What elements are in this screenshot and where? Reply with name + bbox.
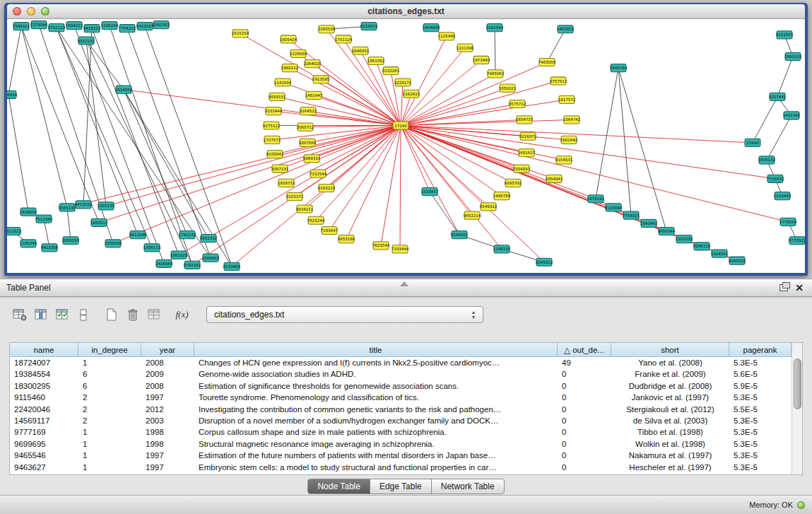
select-columns-icon[interactable] xyxy=(52,305,71,324)
graph-node[interactable]: 1142004 xyxy=(274,78,292,86)
graph-node[interactable]: 7483059 xyxy=(539,58,556,66)
table-source-dropdown[interactable]: citations_edges.txt ▲▼ xyxy=(206,306,483,323)
graph-node[interactable]: 1125486 xyxy=(438,33,456,40)
graph-node[interactable]: 3060712 xyxy=(297,123,314,131)
show-columns-icon[interactable] xyxy=(31,305,50,324)
graph-node[interactable]: 7152544 xyxy=(310,170,327,177)
graph-node[interactable]: 1854941 xyxy=(546,175,563,182)
column-header-4[interactable]: △ out_de... xyxy=(558,343,611,357)
graph-node[interactable]: 9100041 xyxy=(266,151,284,158)
graph-node[interactable]: 8125874 xyxy=(360,23,378,30)
graph-node[interactable]: 1061352 xyxy=(153,21,170,29)
delete-table-icon[interactable] xyxy=(123,305,142,324)
column-header-2[interactable]: year xyxy=(141,343,194,357)
graph-node[interactable]: 8007084 xyxy=(299,139,317,146)
graph-node[interactable]: 7193444 xyxy=(392,245,409,253)
graph-node[interactable]: 1648794 xyxy=(610,64,628,72)
graph-node[interactable]: 9103225 xyxy=(318,184,336,192)
close-panel-icon[interactable]: ✕ xyxy=(795,283,804,293)
graph-node[interactable]: 1306113 xyxy=(143,244,161,252)
graph-node[interactable]: 1605132 xyxy=(758,156,775,164)
graph-node[interactable]: 1861323 xyxy=(170,251,188,259)
graph-node[interactable]: 1273046 xyxy=(30,21,48,29)
tab-edge-table[interactable]: Edge Table xyxy=(370,479,432,494)
column-header-3[interactable]: title xyxy=(194,343,558,357)
graph-node[interactable]: 1102535 xyxy=(676,235,693,243)
zoom-window-button[interactable] xyxy=(41,7,49,16)
graph-node[interactable]: 1812023 xyxy=(7,227,22,235)
graph-node[interactable]: 6773023 xyxy=(789,237,805,245)
minimize-window-button[interactable] xyxy=(27,7,35,16)
graph-node[interactable]: 8423157 xyxy=(136,23,154,30)
graph-node[interactable]: 7754212 xyxy=(119,25,136,33)
splitter-handle[interactable] xyxy=(400,281,408,286)
graph-node[interactable]: 7710533 xyxy=(767,175,784,182)
graph-node[interactable]: 1859321 xyxy=(499,84,517,92)
graph-node[interactable]: 7754321 xyxy=(623,211,640,219)
graph-node[interactable]: 9608344 xyxy=(658,227,676,235)
graph-node[interactable]: 1664609 xyxy=(423,24,440,32)
graph-node[interactable]: 1924501 xyxy=(711,250,729,257)
row-height-icon[interactable] xyxy=(73,305,93,324)
graph-node[interactable]: 1221396 xyxy=(457,44,474,52)
graph-node[interactable]: 1770554 xyxy=(779,218,797,226)
graph-node[interactable]: 8133464 xyxy=(223,262,241,270)
table-settings-icon[interactable] xyxy=(10,305,29,324)
close-window-button[interactable] xyxy=(13,7,21,16)
graph-node[interactable]: 2005033 xyxy=(62,237,80,245)
graph-node[interactable]: 7204897 xyxy=(513,165,531,173)
graph-node[interactable]: 9415233 xyxy=(83,25,101,33)
graph-node[interactable]: 9652214 xyxy=(464,211,481,219)
function-builder-icon[interactable]: f(x) xyxy=(172,305,192,324)
new-table-icon[interactable] xyxy=(102,305,121,324)
graph-node[interactable]: 1505036 xyxy=(105,240,122,247)
graph-node[interactable]: 1950513 xyxy=(90,218,108,226)
table-row[interactable]: 1938455462009Genome-wide association stu… xyxy=(10,368,792,380)
table-row[interactable]: 1830029562008Estimation of significance … xyxy=(10,380,792,392)
graph-node[interactable]: 8103372 xyxy=(286,193,303,201)
graph-node[interactable]: 1495789 xyxy=(493,192,511,200)
table-row[interactable]: 1456911722003Disruption of a novel membe… xyxy=(10,415,792,426)
graph-node[interactable]: 1604212 xyxy=(66,22,83,30)
graph-node[interactable]: 6095792 xyxy=(505,179,522,187)
graph-node[interactable]: 1186133 xyxy=(493,245,511,253)
graph-node[interactable]: 17240 xyxy=(393,122,408,129)
table-row[interactable]: 2242004622012Investigating the contribut… xyxy=(10,404,792,415)
graph-node[interactable]: 9834211 xyxy=(296,205,314,213)
graph-node[interactable]: 9616054 xyxy=(7,90,18,98)
graph-node[interactable]: 2483053 xyxy=(557,25,575,33)
graph-node[interactable]: 8103444 xyxy=(265,107,283,115)
graph-node[interactable]: 2426065 xyxy=(20,208,37,216)
graph-node[interactable]: 9244501 xyxy=(451,231,469,239)
graph-node[interactable]: 8913346 xyxy=(129,231,147,239)
graph-node[interactable]: 1741233 xyxy=(179,231,196,239)
column-header-6[interactable]: pagerank xyxy=(729,343,792,357)
graph-node[interactable]: 1860212 xyxy=(281,64,298,72)
graph-node[interactable]: 9152023 xyxy=(776,31,794,39)
graph-node[interactable]: 2264020 xyxy=(304,59,322,67)
graph-node[interactable]: 7512345 xyxy=(35,215,53,223)
graph-node[interactable]: 2260538 xyxy=(318,25,336,33)
graph-node[interactable]: 1913585 xyxy=(312,76,330,83)
float-panel-icon[interactable] xyxy=(779,284,788,291)
graph-node[interactable]: 1210463 xyxy=(774,192,792,200)
column-header-5[interactable]: short xyxy=(611,343,729,357)
column-header-1[interactable]: in_degree xyxy=(78,343,141,357)
graph-node[interactable]: 1601642 xyxy=(560,136,577,144)
graph-node[interactable]: 2616065 xyxy=(115,86,133,93)
graph-node[interactable]: 1481447 xyxy=(305,91,323,99)
graph-node[interactable]: 1195244 xyxy=(101,22,119,30)
graph-node[interactable]: 8575712 xyxy=(509,100,526,107)
graph-node[interactable]: 1505135 xyxy=(98,202,115,210)
table-row[interactable]: 946362711997Embryonic stem cells: a mode… xyxy=(10,462,792,473)
graph-node[interactable]: 3220172 xyxy=(394,78,411,86)
tab-network-table[interactable]: Network Table xyxy=(431,479,505,494)
graph-node[interactable]: 1860442 xyxy=(640,219,657,227)
table-scrollbar[interactable] xyxy=(792,343,802,474)
graph-node[interactable]: 1604737 xyxy=(516,116,534,124)
graph-node[interactable]: 8757513 xyxy=(550,77,567,85)
graph-node[interactable]: 9058151 xyxy=(269,93,286,100)
graph-node[interactable]: 7623544 xyxy=(372,242,390,250)
graph-node[interactable]: 9413356 xyxy=(41,244,59,252)
tab-node-table[interactable]: Node Table xyxy=(307,479,370,494)
